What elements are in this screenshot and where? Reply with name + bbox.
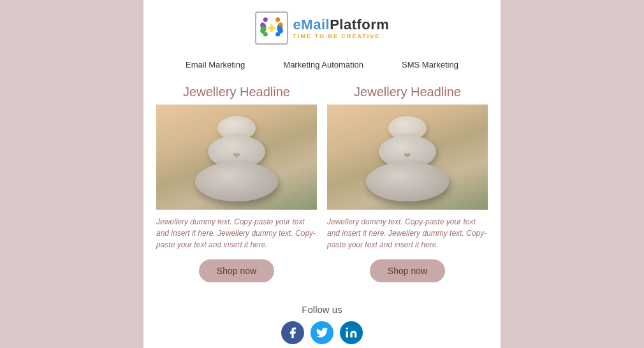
social-icons — [156, 321, 488, 344]
product-2-image: ❤ — [327, 105, 488, 210]
shop-now-button-1[interactable]: Shop now — [199, 259, 274, 282]
svg-rect-10 — [346, 331, 348, 338]
main-content: Jewellery Headline ❤ Jewellery dummy tex… — [143, 85, 501, 344]
product-1-desc: Jewellery dummy text. Copy-paste your te… — [156, 216, 317, 250]
product-1-headline: Jewellery Headline — [183, 85, 290, 99]
product-grid: Jewellery Headline ❤ Jewellery dummy tex… — [156, 85, 488, 282]
navigation: Email Marketing Marketing Automation SMS… — [143, 54, 501, 78]
nav-sms-marketing[interactable]: SMS Marketing — [402, 60, 458, 69]
logo-text: eMailPlatform TIME TO BE CREATIVE — [293, 17, 390, 40]
nav-email-marketing[interactable]: Email Marketing — [186, 60, 245, 69]
logo-people-svg — [258, 14, 286, 42]
logo: eMailPlatform TIME TO BE CREATIVE — [255, 11, 390, 45]
logo-tagline: TIME TO BE CREATIVE — [293, 33, 390, 40]
header: eMailPlatform TIME TO BE CREATIVE — [143, 0, 501, 54]
logo-name: eMailPlatform — [293, 17, 390, 33]
product-2-headline: Jewellery Headline — [354, 85, 461, 99]
shop-now-button-2[interactable]: Shop now — [370, 259, 445, 282]
svg-point-2 — [275, 17, 280, 22]
svg-point-0 — [263, 17, 267, 22]
stone-bottom-1 — [195, 162, 278, 201]
stone-bottom-2 — [366, 162, 449, 201]
stone-scene-2: ❤ — [327, 105, 488, 210]
product-col-2: Jewellery Headline ❤ Jewellery dummy tex… — [327, 85, 488, 282]
linkedin-icon[interactable] — [340, 321, 363, 344]
stone-scene-1: ❤ — [156, 105, 317, 210]
svg-point-11 — [346, 328, 348, 330]
follow-title: Follow us — [156, 304, 488, 315]
facebook-icon[interactable] — [281, 321, 304, 344]
heart-necklace-2: ❤ — [404, 150, 411, 161]
nav-marketing-automation[interactable]: Marketing Automation — [283, 60, 363, 69]
product-1-image: ❤ — [156, 105, 317, 210]
product-2-desc: Jewellery dummy text. Copy-paste your te… — [327, 216, 488, 250]
email-container: eMailPlatform TIME TO BE CREATIVE Email … — [143, 0, 501, 348]
svg-rect-9 — [267, 27, 275, 29]
twitter-icon[interactable] — [311, 321, 333, 344]
heart-necklace-1: ❤ — [233, 150, 240, 161]
follow-section: Follow us — [156, 298, 488, 344]
logo-icon — [255, 11, 288, 45]
product-col-1: Jewellery Headline ❤ Jewellery dummy tex… — [156, 85, 317, 282]
